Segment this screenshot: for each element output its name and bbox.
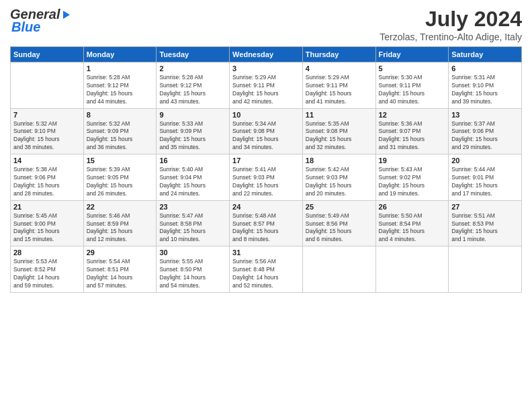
day-number: 13 [451, 111, 519, 119]
day-number: 1 [87, 64, 154, 73]
calendar-cell: 20Sunrise: 5:44 AM Sunset: 9:01 PM Dayli… [449, 154, 522, 201]
header: General Blue July 2024 Terzolas, Trentin… [10, 7, 522, 42]
calendar-week-row: 1Sunrise: 5:28 AM Sunset: 9:12 PM Daylig… [11, 62, 522, 109]
subtitle: Terzolas, Trentino-Alto Adige, Italy [380, 32, 522, 42]
day-info: Sunrise: 5:29 AM Sunset: 9:11 PM Dayligh… [232, 74, 300, 106]
calendar-cell: 18Sunrise: 5:42 AM Sunset: 9:03 PM Dayli… [302, 154, 375, 201]
day-info: Sunrise: 5:54 AM Sunset: 8:51 PM Dayligh… [87, 258, 154, 290]
calendar-cell: 21Sunrise: 5:45 AM Sunset: 9:00 PM Dayli… [11, 200, 84, 246]
calendar-cell: 10Sunrise: 5:34 AM Sunset: 9:08 PM Dayli… [230, 108, 303, 154]
calendar-header-row: SundayMondayTuesdayWednesdayThursdayFrid… [11, 47, 522, 62]
day-info: Sunrise: 5:50 AM Sunset: 8:54 PM Dayligh… [379, 212, 446, 244]
day-info: Sunrise: 5:31 AM Sunset: 9:10 PM Dayligh… [451, 74, 519, 106]
calendar-cell: 28Sunrise: 5:53 AM Sunset: 8:52 PM Dayli… [11, 246, 84, 293]
calendar-cell: 27Sunrise: 5:51 AM Sunset: 8:53 PM Dayli… [449, 200, 522, 246]
day-number: 21 [13, 203, 81, 211]
calendar-cell: 30Sunrise: 5:55 AM Sunset: 8:50 PM Dayli… [157, 246, 230, 293]
calendar-cell: 12Sunrise: 5:36 AM Sunset: 9:07 PM Dayli… [375, 108, 449, 154]
day-number: 11 [306, 111, 373, 119]
calendar-day-header: Friday [375, 47, 449, 62]
day-info: Sunrise: 5:39 AM Sunset: 9:05 PM Dayligh… [87, 166, 154, 198]
day-info: Sunrise: 5:40 AM Sunset: 9:04 PM Dayligh… [159, 166, 226, 198]
day-info: Sunrise: 5:28 AM Sunset: 9:12 PM Dayligh… [87, 74, 154, 106]
calendar-table: SundayMondayTuesdayWednesdayThursdayFrid… [10, 46, 522, 293]
day-info: Sunrise: 5:30 AM Sunset: 9:11 PM Dayligh… [379, 74, 446, 106]
calendar-cell: 6Sunrise: 5:31 AM Sunset: 9:10 PM Daylig… [449, 62, 522, 109]
day-number: 10 [232, 111, 300, 119]
day-number: 16 [159, 156, 226, 165]
day-number: 19 [379, 156, 446, 165]
day-number: 15 [87, 156, 154, 165]
day-number: 18 [306, 156, 373, 165]
day-info: Sunrise: 5:37 AM Sunset: 9:06 PM Dayligh… [451, 120, 519, 152]
calendar-week-row: 28Sunrise: 5:53 AM Sunset: 8:52 PM Dayli… [11, 246, 522, 293]
day-info: Sunrise: 5:53 AM Sunset: 8:52 PM Dayligh… [13, 258, 81, 290]
day-info: Sunrise: 5:32 AM Sunset: 9:09 PM Dayligh… [87, 120, 154, 152]
calendar-day-header: Tuesday [157, 47, 230, 62]
day-number: 12 [379, 111, 446, 119]
day-info: Sunrise: 5:43 AM Sunset: 9:02 PM Dayligh… [379, 166, 446, 198]
calendar-cell: 25Sunrise: 5:49 AM Sunset: 8:56 PM Dayli… [302, 200, 375, 246]
day-number: 20 [451, 156, 519, 165]
calendar-cell: 17Sunrise: 5:41 AM Sunset: 9:03 PM Dayli… [230, 154, 303, 201]
calendar-week-row: 7Sunrise: 5:32 AM Sunset: 9:10 PM Daylig… [11, 108, 522, 154]
day-number: 31 [232, 248, 300, 257]
day-info: Sunrise: 5:29 AM Sunset: 9:11 PM Dayligh… [306, 74, 373, 106]
calendar-cell: 16Sunrise: 5:40 AM Sunset: 9:04 PM Dayli… [157, 154, 230, 201]
day-info: Sunrise: 5:42 AM Sunset: 9:03 PM Dayligh… [306, 166, 373, 198]
day-info: Sunrise: 5:33 AM Sunset: 9:09 PM Dayligh… [159, 120, 226, 152]
day-info: Sunrise: 5:28 AM Sunset: 9:12 PM Dayligh… [159, 74, 226, 106]
calendar-cell: 22Sunrise: 5:46 AM Sunset: 8:59 PM Dayli… [83, 200, 157, 246]
svg-marker-0 [63, 11, 70, 19]
calendar-cell: 7Sunrise: 5:32 AM Sunset: 9:10 PM Daylig… [11, 108, 84, 154]
calendar-cell: 1Sunrise: 5:28 AM Sunset: 9:12 PM Daylig… [83, 62, 157, 109]
calendar-cell: 8Sunrise: 5:32 AM Sunset: 9:09 PM Daylig… [83, 108, 157, 154]
day-number: 4 [306, 64, 373, 73]
calendar-cell: 24Sunrise: 5:48 AM Sunset: 8:57 PM Dayli… [230, 200, 303, 246]
logo-blue: Blue [11, 19, 40, 35]
calendar-cell [11, 62, 84, 109]
day-info: Sunrise: 5:38 AM Sunset: 9:06 PM Dayligh… [13, 166, 81, 198]
day-info: Sunrise: 5:41 AM Sunset: 9:03 PM Dayligh… [232, 166, 300, 198]
logo-arrow-icon [60, 9, 73, 21]
calendar-day-header: Sunday [11, 47, 84, 62]
day-info: Sunrise: 5:55 AM Sunset: 8:50 PM Dayligh… [159, 258, 226, 290]
calendar-day-header: Thursday [302, 47, 375, 62]
calendar-cell: 15Sunrise: 5:39 AM Sunset: 9:05 PM Dayli… [83, 154, 157, 201]
calendar-cell: 14Sunrise: 5:38 AM Sunset: 9:06 PM Dayli… [11, 154, 84, 201]
calendar-cell [449, 246, 522, 293]
calendar-cell: 3Sunrise: 5:29 AM Sunset: 9:11 PM Daylig… [230, 62, 303, 109]
calendar-cell: 5Sunrise: 5:30 AM Sunset: 9:11 PM Daylig… [375, 62, 449, 109]
day-number: 6 [451, 64, 519, 73]
calendar-day-header: Saturday [449, 47, 522, 62]
day-number: 9 [159, 111, 226, 119]
calendar-day-header: Monday [83, 47, 157, 62]
calendar-week-row: 21Sunrise: 5:45 AM Sunset: 9:00 PM Dayli… [11, 200, 522, 246]
calendar-cell [302, 246, 375, 293]
calendar-cell: 29Sunrise: 5:54 AM Sunset: 8:51 PM Dayli… [83, 246, 157, 293]
day-info: Sunrise: 5:36 AM Sunset: 9:07 PM Dayligh… [379, 120, 446, 152]
day-info: Sunrise: 5:49 AM Sunset: 8:56 PM Dayligh… [306, 212, 373, 244]
day-number: 8 [87, 111, 154, 119]
day-info: Sunrise: 5:46 AM Sunset: 8:59 PM Dayligh… [87, 212, 154, 244]
day-number: 23 [159, 203, 226, 211]
page-container: General Blue July 2024 Terzolas, Trentin… [0, 0, 532, 300]
day-info: Sunrise: 5:51 AM Sunset: 8:53 PM Dayligh… [451, 212, 519, 244]
day-number: 24 [232, 203, 300, 211]
day-number: 26 [379, 203, 446, 211]
calendar-cell: 31Sunrise: 5:56 AM Sunset: 8:48 PM Dayli… [230, 246, 303, 293]
day-number: 3 [232, 64, 300, 73]
calendar-cell: 23Sunrise: 5:47 AM Sunset: 8:58 PM Dayli… [157, 200, 230, 246]
day-number: 30 [159, 248, 226, 257]
day-number: 22 [87, 203, 154, 211]
day-number: 17 [232, 156, 300, 165]
calendar-cell: 2Sunrise: 5:28 AM Sunset: 9:12 PM Daylig… [157, 62, 230, 109]
day-info: Sunrise: 5:47 AM Sunset: 8:58 PM Dayligh… [159, 212, 226, 244]
calendar-cell: 9Sunrise: 5:33 AM Sunset: 9:09 PM Daylig… [157, 108, 230, 154]
day-info: Sunrise: 5:56 AM Sunset: 8:48 PM Dayligh… [232, 258, 300, 290]
day-number: 7 [13, 111, 81, 119]
day-info: Sunrise: 5:44 AM Sunset: 9:01 PM Dayligh… [451, 166, 519, 198]
calendar-cell: 4Sunrise: 5:29 AM Sunset: 9:11 PM Daylig… [302, 62, 375, 109]
calendar-cell: 19Sunrise: 5:43 AM Sunset: 9:02 PM Dayli… [375, 154, 449, 201]
day-number: 2 [159, 64, 226, 73]
